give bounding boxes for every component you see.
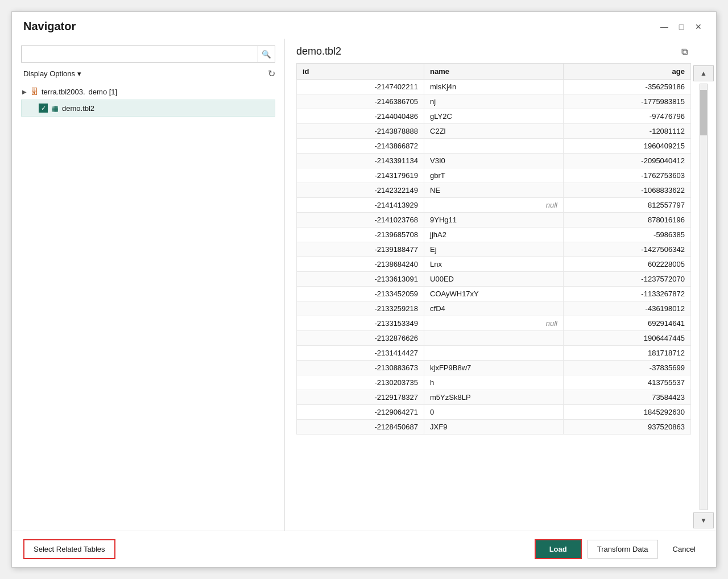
cell-id: -2130883673	[297, 361, 424, 375]
cell-id: -2138684240	[297, 257, 424, 272]
table-row: -2133452059COAyWH17xY-1133267872	[297, 287, 691, 301]
select-related-tables-button[interactable]: Select Related Tables	[23, 539, 115, 559]
close-button[interactable]: ✕	[692, 20, 705, 33]
transform-data-button[interactable]: Transform Data	[588, 540, 658, 559]
cell-name: Ej	[424, 242, 564, 257]
table-row: -2133259218cfD4-436198012	[297, 301, 691, 316]
table-row: -21438668721960409215	[297, 139, 691, 154]
table-icon: ▦	[51, 104, 59, 113]
cell-id: -2142322149	[297, 183, 424, 198]
cell-name: jjhA2	[424, 228, 564, 242]
checkbox-checked-icon: ✓	[39, 104, 48, 113]
cell-age: -1762753603	[563, 168, 690, 183]
cell-age: 602228005	[563, 257, 690, 272]
preview-icon-button[interactable]: ⧉	[681, 47, 688, 57]
cell-id: -2144040486	[297, 109, 424, 124]
cell-name: kjxFP9B8w7	[424, 361, 564, 375]
refresh-button[interactable]: ↻	[268, 68, 275, 79]
cell-name: U00ED	[424, 272, 564, 287]
main-content: 🔍 Display Options ▾ ↻ ▶ 🗄 terra.tbl2003.	[12, 39, 716, 531]
search-icon-button[interactable]: 🔍	[258, 46, 275, 62]
refresh-icon: ↻	[268, 68, 275, 79]
cell-age: 937520863	[563, 420, 690, 435]
data-table-container: id name age -2147402211mlsKj4n-356259186…	[296, 63, 716, 531]
cell-id: -2130203735	[297, 375, 424, 390]
cell-age: 812557797	[563, 198, 690, 213]
scroll-down-button[interactable]: ▼	[693, 512, 714, 528]
cell-age: -5986385	[563, 228, 690, 242]
display-options-arrow-icon: ▾	[77, 69, 81, 78]
cell-age: -1775983815	[563, 94, 690, 109]
table-row: -2147402211mlsKj4n-356259186	[297, 80, 691, 94]
scroll-up-button[interactable]: ▲	[693, 65, 714, 81]
table-header-row: id name age	[297, 64, 691, 80]
cancel-button[interactable]: Cancel	[664, 540, 705, 558]
cell-id: -2146386705	[297, 94, 424, 109]
table-row: -2138684240Lnx602228005	[297, 257, 691, 272]
data-table: id name age -2147402211mlsKj4n-356259186…	[296, 63, 691, 435]
tree-area: ▶ 🗄 terra.tbl2003. demo [1] ✓ ▦ demo.tbl…	[21, 85, 275, 524]
table-row: -2143179619gbrT-1762753603	[297, 168, 691, 183]
cell-id: -2131414427	[297, 346, 424, 361]
table-row: -2133613091U00ED-1237572070	[297, 272, 691, 287]
cell-name: h	[424, 375, 564, 390]
cell-id: -2133259218	[297, 301, 424, 316]
load-button[interactable]: Load	[535, 539, 582, 559]
table-row: -2130883673kjxFP9B8w7-37835699	[297, 361, 691, 375]
cell-id: -2147402211	[297, 80, 424, 94]
cell-age: -436198012	[563, 301, 690, 316]
cell-id: -2128450687	[297, 420, 424, 435]
cell-name	[424, 139, 564, 154]
table-row: -2144040486gLY2C-97476796	[297, 109, 691, 124]
maximize-button[interactable]: □	[675, 20, 688, 33]
table-row: -2146386705nj-1775983815	[297, 94, 691, 109]
scroll-thumb[interactable]	[700, 90, 707, 135]
cell-name: COAyWH17xY	[424, 287, 564, 301]
cell-age: -1427506342	[563, 242, 690, 257]
database-icon: 🗄	[30, 87, 38, 96]
col-header-name: name	[424, 64, 564, 80]
table-row: -212906427101845292630	[297, 405, 691, 420]
minimize-button[interactable]: —	[658, 20, 671, 33]
cell-id: -2139188477	[297, 242, 424, 257]
cell-age: 73584423	[563, 390, 690, 405]
preview-header: demo.tbl2 ⧉	[296, 46, 716, 57]
display-options-label: Display Options	[23, 69, 75, 78]
table-row: -21328766261906447445	[297, 331, 691, 346]
window-controls: — □ ✕	[658, 20, 705, 33]
table-row: -2133153349null692914641	[297, 316, 691, 331]
navigator-dialog: Navigator — □ ✕ 🔍 Display Options ▾ ↻	[11, 11, 717, 568]
cell-age: 413755537	[563, 375, 690, 390]
cell-age: -2095040412	[563, 154, 690, 168]
cell-age: -1068833622	[563, 183, 690, 198]
tree-child-item[interactable]: ✓ ▦ demo.tbl2	[21, 100, 275, 117]
table-row: -2130203735h413755537	[297, 375, 691, 390]
cell-name: nj	[424, 94, 564, 109]
cell-age: -356259186	[563, 80, 690, 94]
footer: Select Related Tables Load Transform Dat…	[12, 531, 716, 567]
display-options-row: Display Options ▾ ↻	[21, 68, 275, 79]
display-options-button[interactable]: Display Options ▾	[21, 68, 84, 79]
table-row: -2143391134V3I0-2095040412	[297, 154, 691, 168]
cell-id: -2143179619	[297, 168, 424, 183]
cell-age: 1845292630	[563, 405, 690, 420]
cell-id: -2141023768	[297, 213, 424, 228]
search-input[interactable]	[22, 48, 258, 61]
table-row: -2139685708jjhA2-5986385	[297, 228, 691, 242]
preview-title: demo.tbl2	[296, 46, 341, 57]
cell-name	[424, 331, 564, 346]
cell-id: -2132876626	[297, 331, 424, 346]
table-row: -2128450687JXF9937520863	[297, 420, 691, 435]
table-row: -2131414427181718712	[297, 346, 691, 361]
cell-id: -2129178327	[297, 390, 424, 405]
search-bar: 🔍	[21, 46, 275, 63]
cell-age: -12081112	[563, 124, 690, 139]
cell-id: -2143391134	[297, 154, 424, 168]
table-row: -2141413929null812557797	[297, 198, 691, 213]
cell-name: C2Zl	[424, 124, 564, 139]
cell-age: -37835699	[563, 361, 690, 375]
cell-name: 0	[424, 405, 564, 420]
cell-id: -2139685708	[297, 228, 424, 242]
table-row: -2143878888C2Zl-12081112	[297, 124, 691, 139]
table-header: id name age	[297, 64, 691, 80]
